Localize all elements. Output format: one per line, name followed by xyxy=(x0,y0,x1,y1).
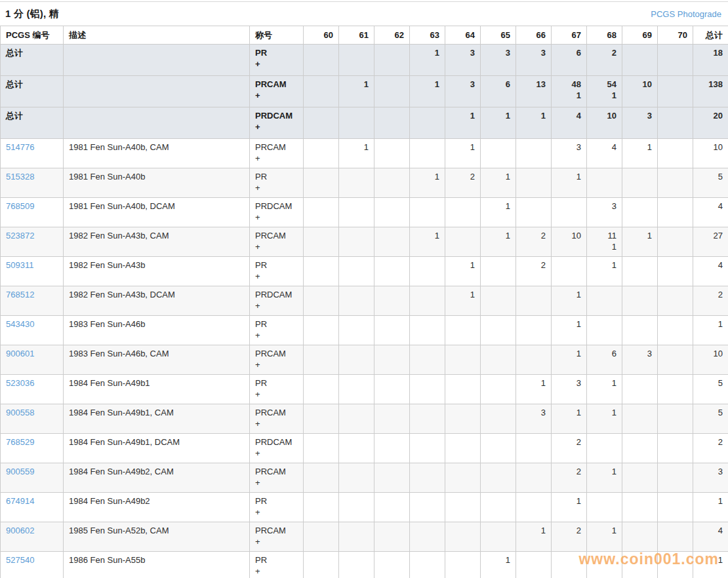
grade-60-cell xyxy=(304,552,339,578)
pcgs-number-link[interactable]: 900558 xyxy=(6,408,34,417)
coin-row: 9005581984 Fen Sun-A49b1, CAMPRCAM+3115 xyxy=(1,404,728,434)
grade-65-cell xyxy=(481,345,516,375)
grade-67-cell xyxy=(552,257,587,286)
grade-count: 3 xyxy=(628,110,652,121)
pcgs-number-link[interactable]: 900559 xyxy=(6,467,34,476)
grade-count: 13 xyxy=(521,79,546,90)
description-cell: 1982 Fen Sun-A43b, CAM xyxy=(64,227,250,257)
grade-70-cell xyxy=(658,493,693,522)
grade-60-cell xyxy=(304,45,339,76)
grade-69-cell: 3 xyxy=(622,345,658,375)
grade-63-cell xyxy=(410,257,445,286)
grade-61-cell: 1 xyxy=(339,76,374,107)
grade-69-cell xyxy=(622,168,658,198)
grade-61-cell xyxy=(339,493,374,522)
coin-row: 5153281981 Fen Sun-A40bPR+12115 xyxy=(1,168,728,198)
grade-70-cell xyxy=(658,227,693,257)
grade-70-cell xyxy=(658,522,693,552)
grade-69-cell xyxy=(622,375,658,404)
grade-60-cell xyxy=(304,139,339,168)
pcgs-number-link[interactable]: 768509 xyxy=(6,201,34,211)
grade-count: 3 xyxy=(557,377,581,389)
grade-63-cell xyxy=(410,404,445,434)
designation-label: PR xyxy=(255,318,298,330)
designation-cell: PRCAM+ xyxy=(250,76,304,107)
pcgs-number-link[interactable]: 527540 xyxy=(6,555,34,565)
summary-row: 总计PRDCAM+111410320 xyxy=(1,107,728,139)
grade-67-cell: 1 xyxy=(552,404,587,434)
grade-60-cell xyxy=(304,168,339,198)
total-cell: 4 xyxy=(693,257,728,286)
grade-68-cell: 3 xyxy=(587,198,622,227)
pcgs-number-link[interactable]: 523036 xyxy=(6,378,34,388)
grade-69-cell: 10 xyxy=(622,76,658,107)
pcgs-number-link[interactable]: 543430 xyxy=(6,319,34,329)
pcgs-number-link[interactable]: 514776 xyxy=(6,142,34,152)
designation-cell: PRDCAM+ xyxy=(250,434,304,463)
grade-63-cell xyxy=(410,107,445,139)
grade-plus-count: 1 xyxy=(592,90,617,101)
pcgs-number-link[interactable]: 674914 xyxy=(6,496,34,506)
grade-64-cell: 1 xyxy=(445,286,481,316)
grade-62-cell xyxy=(374,286,410,316)
grade-count: 1 xyxy=(521,110,546,121)
grade-67-cell: 3 xyxy=(552,375,587,404)
grade-count: 1 xyxy=(521,525,546,536)
grade-68-cell: 1 xyxy=(587,375,622,404)
grade-61-cell xyxy=(339,286,374,316)
grade-62-cell xyxy=(374,404,410,434)
grade-61-cell xyxy=(339,375,374,404)
grade-62-cell xyxy=(374,45,410,76)
grade-64-cell xyxy=(445,227,481,257)
grade-69-cell: 3 xyxy=(622,107,658,139)
grade-65-cell xyxy=(481,257,516,286)
grade-63-cell xyxy=(410,286,445,316)
header-grade-67: 67 xyxy=(552,26,587,45)
grade-65-cell: 1 xyxy=(481,552,516,578)
pcgs-number-link[interactable]: 900601 xyxy=(6,349,34,358)
grade-67-cell: 10 xyxy=(552,227,587,257)
grade-66-cell: 1 xyxy=(516,107,552,139)
designation-cell: PR+ xyxy=(250,45,304,76)
pcgs-number-link[interactable]: 768512 xyxy=(6,290,34,299)
pcgs-photograde-link[interactable]: PCGS Photograde xyxy=(651,9,721,19)
grade-count: 1 xyxy=(557,289,581,300)
population-table: PCGS 编号描述称号6061626364656667686970总计 总计PR… xyxy=(0,26,728,578)
grade-count: 3 xyxy=(451,47,475,58)
pcgs-number-link[interactable]: 515328 xyxy=(6,172,34,182)
pcgs-number-link[interactable]: 900602 xyxy=(6,526,34,535)
grade-61-cell xyxy=(339,107,374,139)
designation-plus: + xyxy=(255,300,298,311)
designation-plus: + xyxy=(255,359,298,370)
grade-64-cell xyxy=(445,316,481,345)
grade-66-cell xyxy=(516,168,552,198)
grade-count: 1 xyxy=(415,47,439,58)
designation-cell: PRDCAM+ xyxy=(250,198,304,227)
designation-cell: PRCAM+ xyxy=(250,522,304,552)
grade-67-cell: 1 xyxy=(552,286,587,316)
designation-label: PRCAM xyxy=(255,142,298,153)
summary-label-cell: 总计 xyxy=(1,45,64,76)
pcgs-number-cell: 674914 xyxy=(1,493,64,522)
grade-60-cell xyxy=(304,404,339,434)
grade-65-cell xyxy=(481,463,516,493)
grade-count: 3 xyxy=(451,79,475,90)
coin-row: 5093111982 Fen Sun-A43bPR+1214 xyxy=(1,257,728,286)
grade-65-cell: 1 xyxy=(481,168,516,198)
grade-70-cell xyxy=(658,316,693,345)
coin-row: 9006021985 Fen Sun-A52b, CAMPRCAM+1214 xyxy=(1,522,728,552)
designation-cell: PRCAM+ xyxy=(250,463,304,493)
grade-61-cell: 1 xyxy=(339,139,374,168)
grade-63-cell: 1 xyxy=(410,227,445,257)
designation-plus: + xyxy=(255,153,298,164)
summary-label-cell: 总计 xyxy=(1,107,64,139)
designation-label: PRCAM xyxy=(255,525,298,536)
pcgs-number-link[interactable]: 509311 xyxy=(6,260,33,270)
grade-70-cell xyxy=(658,139,693,168)
grade-count: 1 xyxy=(557,407,581,418)
designation-cell: PRCAM+ xyxy=(250,139,304,168)
pcgs-number-link[interactable]: 523872 xyxy=(6,231,34,241)
coin-row: 7685291984 Fen Sun-A49b1, DCAMPRDCAM+22 xyxy=(1,434,728,463)
pcgs-number-link[interactable]: 768529 xyxy=(6,437,34,447)
grade-count: 6 xyxy=(486,79,510,90)
